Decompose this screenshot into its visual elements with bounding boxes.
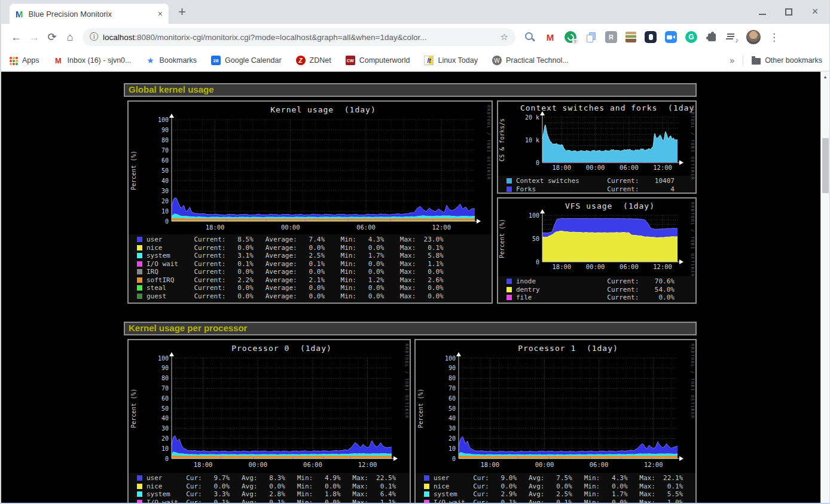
bookmark-cw[interactable]: Computerworld: [346, 56, 410, 65]
svg-text:50: 50: [161, 167, 169, 174]
scrollbar[interactable]: ▲: [820, 72, 829, 503]
bookmark-apps[interactable]: Apps: [8, 56, 39, 65]
tab-title: Blue Precision Monitorix: [29, 10, 154, 19]
lamp-icon[interactable]: [645, 31, 657, 43]
bookmark-cal[interactable]: Google Calendar: [211, 56, 282, 65]
vfs-usage-panel: RRDTOOL / TOBI OETIKER 10050018:0000:000…: [497, 197, 697, 304]
scroll-up-icon[interactable]: ▲: [821, 72, 829, 81]
minimize-button[interactable]: [759, 8, 766, 16]
legend-text: IRQ Current: 0.0% Average: 0.0% Min: 0.0…: [147, 268, 444, 276]
svg-text:40: 40: [448, 415, 456, 421]
legend-text: system Cur: 3.3% Avg: 2.8% Min: 1.8% Max…: [147, 490, 396, 498]
puzzle-icon[interactable]: [706, 31, 718, 43]
grammarly-icon[interactable]: [685, 31, 697, 43]
bookmark-bstar[interactable]: Bookmarks: [146, 56, 197, 65]
svg-text:30: 30: [161, 425, 169, 432]
svg-text:18:00: 18:00: [194, 461, 213, 468]
svg-text:90: 90: [448, 365, 456, 371]
legend-swatch: [506, 287, 512, 292]
legend-row: system Cur: 3.3% Avg: 2.8% Min: 1.8% Max…: [137, 490, 410, 499]
bookmark-zdnet[interactable]: ZDNet: [296, 56, 331, 65]
svg-text:06:00: 06:00: [620, 164, 639, 171]
svg-text:10: 10: [161, 208, 169, 215]
kernel-usage-panel: RRDTOOL / TOBI OETIKER 10090807060504030…: [127, 100, 493, 304]
svg-text:100: 100: [158, 117, 169, 123]
legend-text: steal Current: 0.0% Average: 0.0% Min: 0…: [147, 284, 444, 292]
close-window-button[interactable]: ×: [811, 8, 819, 16]
folder-icon: [752, 58, 761, 65]
vfs-usage-chart: 10050018:0000:0006:0012:00VFS usage (1da…: [498, 198, 695, 276]
legend-text: I/O wait Cur: 0.1% Avg: 0.1% Min: 0.0% M…: [434, 499, 683, 503]
tab-close-icon[interactable]: ×: [158, 9, 163, 19]
legend-text: nice Cur: 0.0% Avg: 0.0% Min: 0.0% Max: …: [434, 482, 683, 490]
legend-row: nice Current: 0.0% Average: 0.0% Min: 0.…: [137, 244, 492, 252]
legend-swatch: [506, 178, 512, 184]
svg-text:Kernel usage (1day): Kernel usage (1day): [270, 105, 376, 114]
legend-row: guest Current: 0.0% Average: 0.0% Min: 0…: [137, 292, 492, 301]
legend-text: Forks Current: 4: [516, 185, 675, 193]
maximize-button[interactable]: [785, 8, 792, 16]
gmail-icon[interactable]: [544, 31, 556, 43]
context-switches-chart: 20 k10 k018:0000:0006:0012:00Context swi…: [498, 102, 695, 176]
svg-text:0: 0: [165, 456, 169, 462]
legend-swatch: [424, 475, 429, 481]
svg-text:06:00: 06:00: [303, 461, 322, 468]
svg-text:90: 90: [161, 127, 169, 133]
reload-button[interactable]: ⟳: [43, 30, 61, 44]
svg-text:00:00: 00:00: [248, 461, 267, 468]
other-bookmarks-button[interactable]: Other bookmarks: [752, 56, 822, 65]
page-content: ▲ Global kernel usage RRDTOOL / TOBI OET…: [1, 72, 829, 503]
bookmark-wp[interactable]: Practical Technol...: [492, 56, 569, 65]
svg-text:06:00: 06:00: [620, 263, 639, 270]
section-title: Global kernel usage: [129, 84, 214, 94]
svg-text:0: 0: [536, 259, 539, 265]
legend-text: system Current: 3.1% Average: 2.5% Min: …: [147, 252, 444, 259]
search-icon[interactable]: [524, 31, 536, 43]
svg-text:50: 50: [448, 405, 456, 412]
legend-swatch: [137, 294, 142, 299]
svg-text:06:00: 06:00: [356, 224, 376, 231]
svg-text:CS & forks/s: CS & forks/s: [499, 118, 505, 161]
svg-text:12:00: 12:00: [653, 164, 672, 171]
voice-icon[interactable]: [564, 31, 576, 43]
back-button[interactable]: ←: [7, 31, 25, 44]
books-icon[interactable]: [625, 32, 636, 42]
bookmarks-overflow-icon[interactable]: »: [730, 56, 734, 65]
page-info-icon[interactable]: ⓘ: [90, 32, 98, 42]
rletter-icon[interactable]: [605, 31, 617, 43]
profile-avatar[interactable]: [746, 30, 761, 44]
svg-text:90: 90: [161, 365, 169, 371]
bstar-icon: [146, 56, 155, 65]
legend-row: dentry Current: 54.0%: [506, 286, 695, 294]
svg-text:50: 50: [532, 236, 539, 242]
legend-swatch: [137, 491, 142, 497]
zoomcam-icon[interactable]: [665, 31, 677, 43]
bookmark-label: Computerworld: [359, 56, 410, 65]
browser-menu-icon[interactable]: ⋮: [769, 31, 777, 44]
svg-text:10 k: 10 k: [525, 137, 539, 143]
svg-text:50: 50: [161, 405, 169, 412]
legend-text: nice Current: 0.0% Average: 0.0% Min: 0.…: [147, 244, 444, 252]
legend-swatch: [137, 500, 142, 503]
bookmark-gmail-s[interactable]: Inbox (16) - sjvn0...: [54, 56, 132, 65]
svg-text:0: 0: [165, 218, 169, 225]
svg-text:40: 40: [161, 415, 169, 421]
legend-text: I/O wait Cur: 0.1% Avg: 0.1% Min: 0.0% M…: [147, 499, 396, 503]
home-button[interactable]: ⌂: [61, 31, 79, 44]
tab-monitorix[interactable]: M Blue Precision Monitorix ×: [10, 4, 169, 24]
svg-text:Processor 1 (1day): Processor 1 (1day): [518, 344, 618, 353]
scrollbar-thumb[interactable]: [822, 138, 829, 193]
legend-text: user Cur: 9.7% Avg: 8.3% Min: 4.9% Max: …: [147, 474, 396, 482]
forward-button[interactable]: →: [25, 31, 43, 44]
pages-icon[interactable]: [585, 31, 597, 43]
svg-text:12:00: 12:00: [653, 263, 672, 270]
legend-row: Forks Current: 4: [506, 185, 695, 194]
cw-icon: [346, 56, 355, 65]
new-tab-button[interactable]: +: [178, 4, 186, 20]
playlist-icon[interactable]: [726, 31, 738, 43]
section-header-per-processor: Kernel usage per processor: [124, 322, 697, 335]
bookmark-lt[interactable]: Linux Today: [424, 56, 478, 65]
address-bar[interactable]: ⓘ localhost :8080/monitorix-cgi/monitori…: [83, 28, 515, 46]
bookmark-star-icon[interactable]: ☆: [501, 32, 508, 42]
legend-row: steal Current: 0.0% Average: 0.0% Min: 0…: [137, 284, 492, 292]
